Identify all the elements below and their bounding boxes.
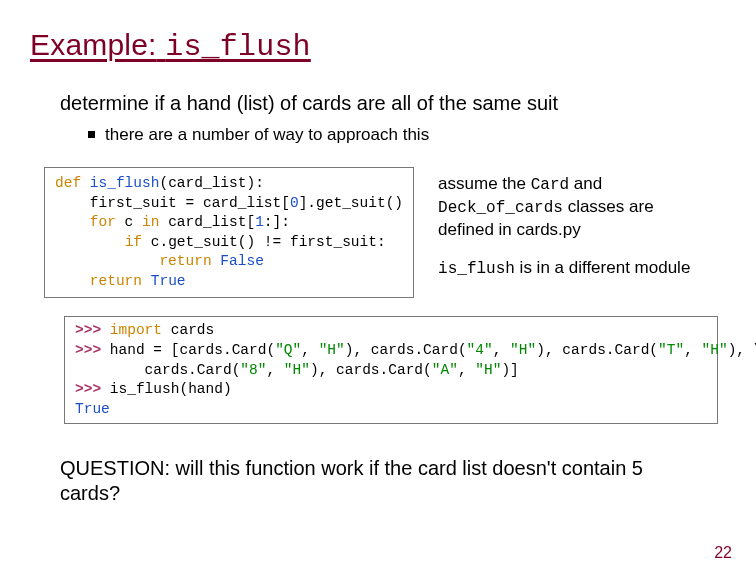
note-line-2: Deck_of_cards classes are [438,196,690,219]
note-line-4: is_flush is in a different module [438,257,690,280]
question-text: QUESTION: will this function work if the… [60,456,700,506]
title-code: is_flush [165,30,311,64]
bullet-item: there are a number of way to approach th… [88,125,726,145]
code-block-repl: >>> import cards >>> hand = [cards.Card(… [64,316,718,424]
note-line-3: defined in cards.py [438,219,690,241]
slide-title: Example: is_flush [30,28,726,64]
subtitle: determine if a hand (list) of cards are … [60,92,726,115]
side-notes: assume the Card and Deck_of_cards classe… [438,173,690,279]
square-bullet-icon [88,131,95,138]
code-block-def: def is_flush(card_list): first_suit = ca… [44,167,414,298]
note-line-1: assume the Card and [438,173,690,196]
bullet-text: there are a number of way to approach th… [105,125,429,145]
page-number: 22 [714,544,732,562]
title-prefix: Example: [30,28,157,61]
middle-row: def is_flush(card_list): first_suit = ca… [30,167,726,298]
